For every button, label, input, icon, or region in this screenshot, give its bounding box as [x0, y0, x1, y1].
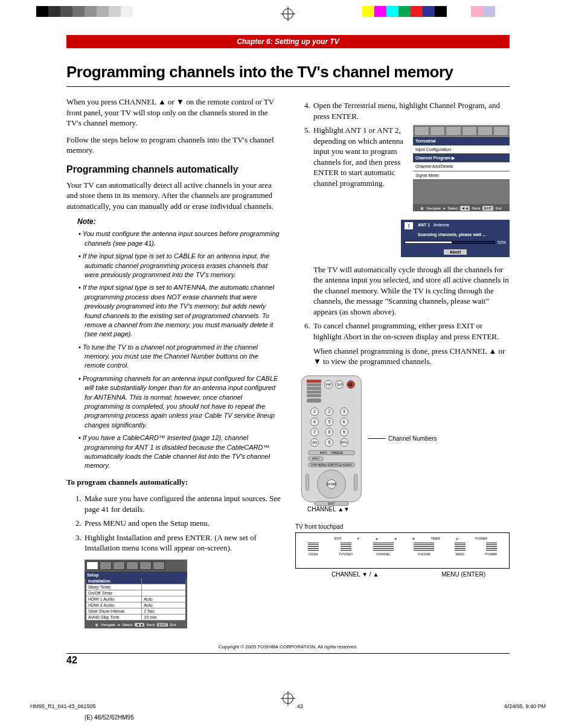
step-5-followup: The TV will automatically cycle through …	[313, 264, 510, 318]
note-item: To tune the TV to a channel not programm…	[85, 343, 281, 371]
osd-tab-icon	[478, 126, 493, 136]
touchpad-button: MENU	[455, 543, 466, 556]
osd-row: Channel Add/Delete	[413, 162, 510, 171]
osd-row-label: On/Off Timer	[86, 590, 142, 596]
note-item: You must configure the antenna input sou…	[85, 229, 281, 248]
step-1: Make sure you have configured the antenn…	[83, 493, 281, 514]
progress-bar	[405, 241, 495, 244]
osd-row: Signal Meter	[413, 171, 510, 180]
osd-terrestrial-screenshot: Terrestrial Input Configuration Channel …	[413, 125, 510, 211]
osd-row-label: Installation	[86, 578, 142, 584]
touchpad-button: POWER	[485, 543, 497, 556]
osd-tab-icon	[126, 561, 138, 570]
osd-setup-screenshot: Setup Installation Sleep Timer On/Off Ti…	[85, 560, 187, 628]
osd-terr-title: Terrestrial	[413, 137, 510, 145]
osd-tab-icon	[446, 126, 461, 136]
osd-tab-icon	[100, 561, 112, 570]
print-file-name: HM95_R1_041-43_061505	[30, 703, 96, 709]
note-item: If you have a CableCARD™ inserted (page …	[85, 433, 281, 471]
step-6-followup: When channel programming is done, press …	[313, 346, 510, 367]
osd-row-label: AVHD Skip Time	[86, 615, 142, 620]
abort-button: Abort	[444, 249, 467, 255]
note-item: Programming channels for an antenna inpu…	[85, 374, 281, 430]
note-list: You must configure the antenna input sou…	[77, 229, 281, 470]
print-page-num: 42	[297, 703, 303, 709]
osd-tab-icon	[462, 126, 477, 136]
remote-caption: CHANNEL ▲▼	[307, 506, 510, 512]
osd-row: Channel Program ▶	[413, 154, 510, 162]
steps-list-left: Make sure you have configured the antenn…	[83, 493, 281, 554]
step-6: To cancel channel programming, either pr…	[312, 321, 510, 366]
step-5-text: Highlight ANT 1 or ANT 2, depending on w…	[313, 125, 407, 188]
step-3: Highlight Installation and press ENTER. …	[83, 532, 281, 554]
warning-icon: !	[405, 222, 413, 229]
page-title: Programming channels into the TV's chann…	[66, 63, 510, 81]
title-rule	[66, 86, 510, 87]
scanning-dialog: ! ANT 1 Antenna Scanning channels, pleas…	[401, 220, 510, 257]
osd-footer: ◐Navigate ●Select ◄◄Back EXITExit	[85, 621, 187, 627]
touchpad-button: VOLUME	[414, 543, 434, 556]
scan-ant-label: ANT 1	[418, 223, 430, 227]
osd-tab-icon	[430, 126, 445, 136]
page-content: Chapter 6: Setting up your TV Programmin…	[0, 17, 576, 678]
step-5: Highlight ANT 1 or ANT 2, depending on w…	[312, 125, 510, 317]
osd-row: Input Configuration	[413, 145, 510, 154]
touchpad-button: TV/VIDEO	[339, 543, 353, 556]
touchpad-caption-right: MENU (ENTER)	[441, 571, 485, 578]
remote-illustration: INP SLP ⏻ 123 456 789 1000RTN INFO FREEZ…	[301, 375, 510, 502]
remote-control-icon: INP SLP ⏻ 123 456 789 1000RTN INFO FREEZ…	[301, 375, 362, 502]
note-item: If the input signal type is set to CABLE…	[85, 252, 281, 279]
step-2: Press MENU and open the Setup menu.	[83, 518, 281, 529]
note-heading: Note:	[77, 217, 281, 226]
copyright-text: Copyright © 2005 TOSHIBA CORPORATION. Al…	[66, 644, 510, 650]
touchpad-illustration: EXIT ▼ ▲ ◄ ► TIMER ● ○ POWER GUIDE TV/VI…	[295, 532, 510, 569]
touchpad-button: CHANNEL	[373, 543, 394, 556]
touchpad-label: TV front touchpad	[295, 523, 510, 530]
right-column: Open the Terrestrial menu, highlight Cha…	[295, 97, 510, 628]
osd-tab-icon	[153, 561, 165, 570]
left-column: When you press CHANNEL ▲ or ▼ on the rem…	[66, 97, 281, 628]
osd-row-label: HDMI 2 Audio	[86, 602, 142, 608]
auto-desc: Your TV can automatically detect all act…	[66, 180, 281, 212]
touchpad-button: GUIDE	[308, 543, 319, 556]
scan-percent: 52%	[498, 240, 506, 245]
touchpad-caption-left: CHANNEL ▼ / ▲	[331, 571, 379, 578]
osd-row-label: Sleep Timer	[86, 584, 142, 590]
osd-tab-icon	[86, 561, 98, 570]
note-block: Note: You must configure the antenna inp…	[77, 217, 281, 470]
remote-callout-label: Channel Numbers	[388, 435, 437, 442]
page-number: 42	[66, 653, 510, 666]
intro-p1: When you press CHANNEL ▲ or ▼ on the rem…	[66, 97, 281, 129]
osd-tab-icon	[414, 126, 429, 136]
scan-antenna-label: Antenna	[434, 223, 449, 227]
page-footer: Copyright © 2005 TOSHIBA CORPORATION. Al…	[66, 644, 510, 666]
print-timestamp: 6/24/05, 9:40 PM	[504, 703, 546, 709]
scan-message: Scanning channels, please wait ...	[401, 232, 510, 239]
steps-list-right: Open the Terrestrial menu, highlight Cha…	[312, 100, 510, 367]
note-item: If the input signal type is set to ANTEN…	[85, 283, 281, 339]
osd-footer: ◐Navigate ●Select ◄◄Back EXITExit	[413, 204, 510, 211]
osd-title: Setup	[85, 572, 187, 578]
osd-tab-icon	[113, 561, 125, 570]
osd-row-label: Slide Show Interval	[86, 608, 142, 614]
osd-row-label: HDMI 1 Audio	[86, 596, 142, 602]
model-number: (E) 46/52/62HM95	[0, 709, 576, 721]
osd-tab-icon	[493, 126, 508, 136]
steps-heading: To program channels automatically:	[66, 477, 281, 488]
section-heading: Programming channels automatically	[66, 164, 281, 175]
chapter-header: Chapter 6: Setting up your TV	[66, 35, 510, 48]
osd-tab-icon	[139, 561, 152, 570]
registration-mark-icon	[283, 693, 293, 704]
step-4: Open the Terrestrial menu, highlight Cha…	[312, 100, 510, 121]
callout-line	[368, 438, 386, 439]
intro-p2: Follow the steps below to program channe…	[66, 135, 281, 156]
